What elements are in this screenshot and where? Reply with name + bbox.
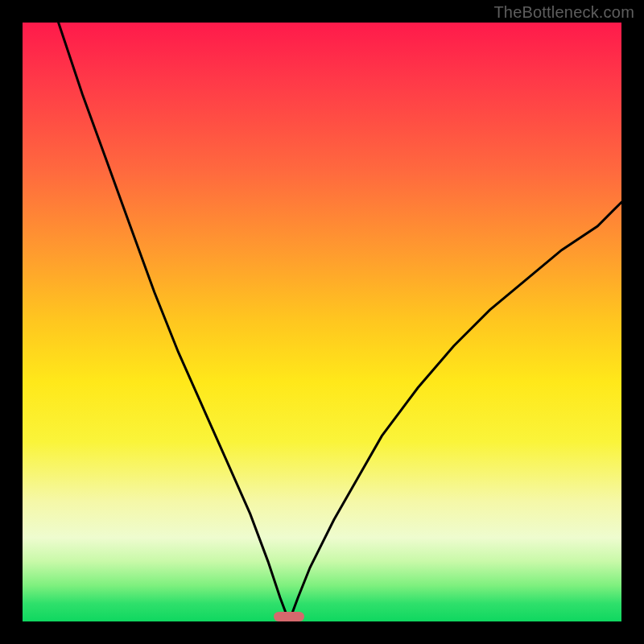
watermark-label: TheBottleneck.com <box>493 3 634 22</box>
bottleneck-curve <box>23 23 621 621</box>
chart-frame: TheBottleneck.com <box>0 0 644 644</box>
plot-area <box>23 23 621 621</box>
minimum-marker <box>274 612 304 621</box>
